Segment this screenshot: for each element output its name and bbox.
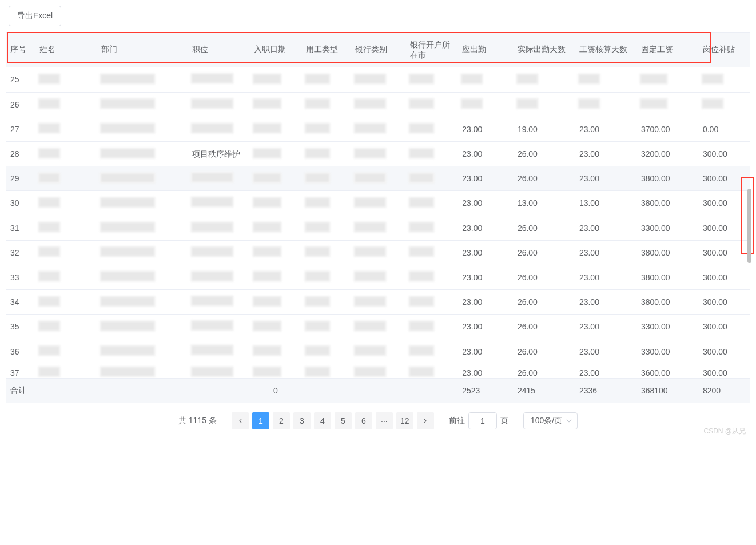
cell-index: 31 [6, 216, 35, 240]
cell-fixed-salary: 3700.00 [636, 117, 698, 141]
cell-index: 37 [6, 364, 35, 378]
pagination-ellipsis: ··· [376, 412, 393, 429]
cell-name [35, 339, 97, 364]
table-row[interactable]: 3723.0026.0023.003600.00300.00 [6, 364, 750, 378]
page-button-5[interactable]: 5 [335, 412, 352, 429]
col-department[interactable]: 部门 [97, 33, 188, 67]
col-fixed-salary[interactable]: 固定工资 [636, 33, 698, 67]
export-excel-button[interactable]: 导出Excel [9, 6, 61, 26]
cell-bank-city [405, 315, 457, 339]
table-row[interactable]: 3123.0026.0023.003300.00300.00 [6, 216, 750, 240]
table-row[interactable]: 3323.0026.0023.003800.00300.00 [6, 265, 750, 289]
cell-bank-type [351, 216, 406, 240]
cell-should-attend: 23.00 [457, 141, 513, 166]
table-row[interactable]: 2923.0026.0023.003800.00300.00 [6, 166, 750, 191]
totals-label: 合计 [6, 378, 35, 403]
cell-salary-days: 23.00 [575, 290, 636, 315]
page-button-12[interactable]: 12 [396, 412, 413, 429]
table-row[interactable]: 3223.0026.0023.003800.00300.00 [6, 240, 750, 265]
cell-index: 36 [6, 339, 35, 364]
table-row[interactable]: 3423.0026.0023.003800.00300.00 [6, 290, 750, 315]
cell-emp-type [301, 67, 350, 92]
cell-bank-city [405, 117, 457, 141]
cell-fixed-salary: 3200.00 [636, 141, 698, 166]
col-position[interactable]: 职位 [188, 33, 249, 67]
table-row[interactable]: 3023.0013.0013.003800.00300.00 [6, 191, 750, 216]
cell-index: 32 [6, 240, 35, 265]
chevron-down-icon [566, 416, 572, 425]
cell-bank-type [351, 67, 406, 92]
col-index[interactable]: 序号 [6, 33, 35, 67]
next-page-button[interactable] [417, 412, 434, 429]
totals-row: 合计 0 2523 2415 2336 368100 8200 [6, 378, 750, 403]
cell-department [97, 364, 188, 378]
table-row[interactable]: 26 [6, 92, 750, 117]
cell-bank-city [405, 364, 457, 378]
cell-bank-type [351, 166, 406, 191]
cell-post-subsidy: 300.00 [698, 364, 750, 378]
table-row[interactable]: 3623.0026.0023.003300.00300.00 [6, 339, 750, 364]
table-row[interactable]: 25 [6, 67, 750, 92]
cell-fixed-salary: 3800.00 [636, 265, 698, 289]
cell-hire-date [249, 339, 301, 364]
cell-name [35, 67, 97, 92]
col-salary-days[interactable]: 工资核算天数 [575, 33, 636, 67]
cell-salary-days: 13.00 [575, 191, 636, 216]
cell-department [97, 166, 188, 191]
cell-department [97, 191, 188, 216]
cell-position [188, 290, 249, 315]
cell-emp-type [301, 166, 350, 191]
col-bank-type[interactable]: 银行类别 [351, 33, 406, 67]
col-hire-date[interactable]: 入职日期 [249, 33, 301, 67]
page-button-4[interactable]: 4 [314, 412, 331, 429]
cell-should-attend: 23.00 [457, 290, 513, 315]
cell-fixed-salary: 3600.00 [636, 364, 698, 378]
cell-should-attend: 23.00 [457, 364, 513, 378]
cell-emp-type [301, 92, 350, 117]
cell-name [35, 141, 97, 166]
cell-index: 26 [6, 92, 35, 117]
page-button-2[interactable]: 2 [273, 412, 290, 429]
cell-hire-date [249, 265, 301, 289]
goto-page-input[interactable] [468, 412, 497, 429]
cell-index: 34 [6, 290, 35, 315]
totals-actual: 2415 [513, 378, 575, 403]
cell-emp-type [301, 216, 350, 240]
cell-actual-attend: 26.00 [513, 240, 575, 265]
cell-actual-attend: 26.00 [513, 315, 575, 339]
totals-calc: 2336 [575, 378, 636, 403]
table-row[interactable]: 2723.0019.0023.003700.000.00 [6, 117, 750, 141]
cell-hire-date [249, 67, 301, 92]
pagination: 共 1115 条 123456···12 前往 页 100条/页 [6, 403, 750, 434]
page-size-select[interactable]: 100条/页 [523, 412, 578, 429]
col-name[interactable]: 姓名 [35, 33, 97, 67]
col-actual-attend[interactable]: 实际出勤天数 [513, 33, 575, 67]
page-button-1[interactable]: 1 [252, 412, 269, 429]
cell-salary-days: 23.00 [575, 117, 636, 141]
cell-actual-attend: 26.00 [513, 290, 575, 315]
page-button-3[interactable]: 3 [293, 412, 311, 429]
cell-bank-type [351, 117, 406, 141]
cell-fixed-salary [636, 92, 698, 117]
cell-emp-type [301, 265, 350, 289]
cell-emp-type [301, 117, 350, 141]
goto-suffix: 页 [500, 416, 508, 426]
cell-name [35, 240, 97, 265]
cell-index: 25 [6, 67, 35, 92]
cell-fixed-salary: 3800.00 [636, 166, 698, 191]
cell-department [97, 339, 188, 364]
cell-fixed-salary [636, 67, 698, 92]
cell-actual-attend: 13.00 [513, 191, 575, 216]
table-row[interactable]: 28项目秩序维护23.0026.0023.003200.00300.00 [6, 141, 750, 166]
col-post-subsidy[interactable]: 岗位补贴 [698, 33, 750, 67]
table-row[interactable]: 3523.0026.0023.003300.00300.00 [6, 315, 750, 339]
col-should-attend[interactable]: 应出勤 [457, 33, 513, 67]
cell-position [188, 92, 249, 117]
cell-should-attend: 23.00 [457, 117, 513, 141]
page-button-6[interactable]: 6 [355, 412, 372, 429]
col-bank-city[interactable]: 银行开户所在市 [405, 33, 457, 67]
col-emp-type[interactable]: 用工类型 [301, 33, 350, 67]
cell-bank-city [405, 166, 457, 191]
cell-position [188, 240, 249, 265]
prev-page-button[interactable] [232, 412, 249, 429]
